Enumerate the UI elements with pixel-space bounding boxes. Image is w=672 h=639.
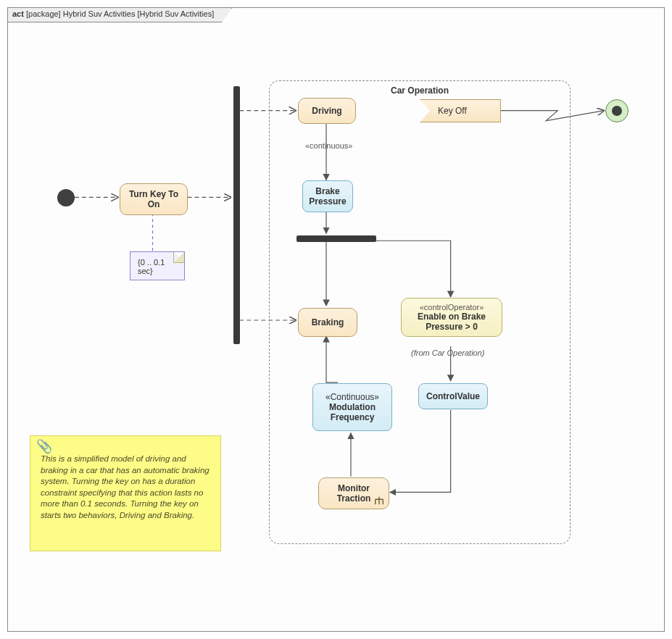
sticky-note: 📎 This is a simplified model of driving … (30, 435, 221, 551)
frame-kind: act (12, 9, 24, 18)
frame-title: Hybrid Suv Activities (63, 9, 136, 18)
action-label: Driving (312, 106, 341, 116)
control-operator-enable-brake[interactable]: «controlOperator» Enable on Brake Pressu… (401, 298, 502, 337)
stereotype-label: «Continuous» (325, 392, 379, 402)
initial-node (57, 189, 75, 206)
sticky-text: This is a simplified model of driving an… (41, 454, 210, 519)
region-title: Car Operation (270, 85, 570, 96)
final-inner-dot (612, 106, 622, 116)
paperclip-icon: 📎 (36, 438, 52, 455)
frame-tab: act [package] Hybrid Suv Activities [Hyb… (8, 8, 232, 22)
edge-label-continuous: «continuous» (305, 141, 352, 150)
duration-constraint-note: {0 .. 0.1 sec} (130, 251, 185, 280)
action-label: Turn Key To On (129, 189, 178, 209)
action-driving[interactable]: Driving (298, 98, 356, 124)
object-brake-pressure[interactable]: Brake Pressure (302, 180, 353, 212)
signal-label: Key Off (438, 106, 467, 116)
label-text: «continuous» (305, 141, 352, 150)
rake-icon (374, 496, 384, 506)
action-label: Monitor Traction (337, 483, 371, 504)
object-control-value[interactable]: ControlValue (418, 383, 488, 409)
diagram-frame: act [package] Hybrid Suv Activities [Hyb… (7, 7, 665, 632)
fork-bar-vertical (233, 86, 240, 344)
note-text: {0 .. 0.1 sec} (138, 258, 165, 275)
stereotype-label: «controlOperator» (409, 303, 494, 312)
object-modulation-frequency[interactable]: «Continuous» Modulation Frequency (312, 383, 392, 431)
object-label: ControlValue (426, 391, 480, 401)
label-text: (from Car Operation) (411, 348, 484, 357)
fork-bar-horizontal (296, 235, 376, 242)
activity-final-node (605, 99, 629, 122)
control-op-label: Enable on Brake Pressure > 0 (409, 312, 494, 332)
signal-key-off[interactable]: Key Off (420, 99, 501, 122)
action-label: Braking (312, 317, 344, 327)
action-braking[interactable]: Braking (298, 308, 357, 337)
object-label: Modulation Frequency (329, 402, 376, 422)
frame-qualifier: [Hybrid Suv Activities] (137, 9, 214, 18)
action-turn-key-on[interactable]: Turn Key To On (120, 183, 188, 215)
control-op-from-label: (from Car Operation) (411, 348, 484, 357)
object-label: Brake Pressure (309, 186, 346, 206)
frame-ns: [package] (26, 9, 61, 18)
action-monitor-traction[interactable]: Monitor Traction (318, 477, 389, 509)
